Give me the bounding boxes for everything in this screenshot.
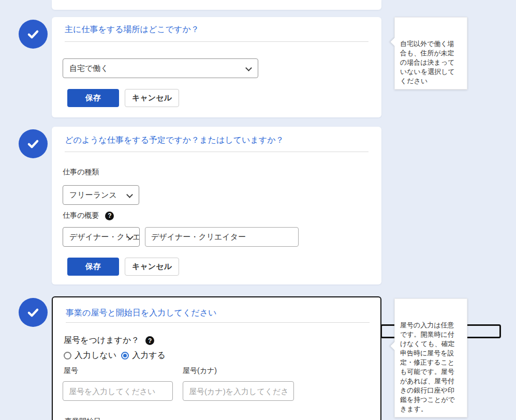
radio-enter-label[interactable]: 入力する — [132, 350, 166, 361]
checkmark-icon — [25, 26, 41, 42]
step-complete-check-icon — [19, 129, 48, 158]
card-title: どのような仕事をする予定ですか？またはしていますか？ — [65, 135, 284, 146]
cancel-button[interactable]: キャンセル — [125, 258, 179, 276]
save-button[interactable]: 保存 — [67, 89, 119, 107]
radio-enter[interactable] — [121, 352, 129, 359]
job-type-select[interactable]: フリーランス — [63, 185, 139, 205]
radio-not-enter-label[interactable]: 入力しない — [75, 350, 116, 361]
save-button-label: 保存 — [85, 93, 101, 103]
chevron-down-icon — [126, 191, 133, 198]
divider — [66, 322, 370, 323]
save-button-label: 保存 — [85, 262, 101, 272]
card-title: 主に仕事をする場所はどこですか？ — [65, 24, 199, 35]
card-trade-name: 事業の屋号と開始日を入力してください 屋号をつけますか？ ? 入力しない 入力す… — [52, 296, 381, 420]
radio-dot — [123, 354, 127, 357]
trade-name-kana-input[interactable] — [183, 381, 294, 401]
trade-name-kana-label: 屋号(カナ) — [183, 366, 217, 376]
divider — [65, 41, 368, 42]
step-complete-check-icon — [19, 20, 48, 49]
tooltip-text: 自宅以外で働く場 合も、住所が未定 の場合は決まって いないを選択して ください — [400, 40, 455, 85]
card-job-type: どのような仕事をする予定ですか？またはしていますか？ 仕事の種類 フリーランス … — [52, 127, 381, 284]
work-location-select[interactable]: 自宅で働く — [63, 58, 258, 78]
job-type-label: 仕事の種類 — [63, 168, 99, 177]
business-start-date-label-clipped: 事業開始日 — [65, 417, 101, 420]
step-complete-check-icon — [19, 298, 48, 327]
save-button[interactable]: 保存 — [67, 258, 119, 276]
checkmark-icon — [25, 136, 41, 152]
checkmark-icon — [25, 305, 41, 320]
divider — [65, 152, 368, 152]
tooltip-text: 屋号の入力は任意 です。開業時に付 けなくても、確定 申告時に屋号を設 定・修正… — [400, 321, 455, 413]
tooltip-arrow-left-icon — [391, 38, 400, 47]
cancel-button-label: キャンセル — [132, 262, 172, 272]
work-location-select-value: 自宅で働く — [69, 64, 109, 72]
chevron-down-icon — [245, 65, 252, 71]
cancel-button-label: キャンセル — [132, 93, 172, 103]
job-summary-select[interactable]: デザイナー・クリエイター — [63, 227, 140, 247]
work-location-help-tooltip: 自宅以外で働く場 合も、住所が未定 の場合は決まって いないを選択して ください — [394, 17, 467, 89]
trade-name-help-tooltip: 屋号の入力は任意 です。開業時に付 けなくても、確定 申告時に屋号を設 定・修正… — [394, 298, 467, 417]
job-summary-label: 仕事の概要 — [63, 211, 99, 220]
help-question-icon[interactable]: ? — [105, 212, 114, 220]
cancel-button[interactable]: キャンセル — [125, 89, 179, 107]
card-work-location: 主に仕事をする場所はどこですか？ 自宅で働く 保存 キャンセル — [52, 17, 381, 117]
job-type-select-value: フリーランス — [69, 190, 117, 199]
job-summary-input[interactable] — [145, 227, 299, 247]
onboarding-form-page: 主に仕事をする場所はどこですか？ 自宅で働く 保存 キャンセル 自宅以外で働く場… — [0, 0, 516, 420]
trade-name-question-label: 屋号をつけますか？ — [64, 335, 139, 346]
tooltip-arrow-left-icon — [391, 342, 400, 351]
radio-not-enter[interactable] — [64, 352, 71, 359]
card-title: 事業の屋号と開始日を入力してください — [66, 308, 216, 319]
trade-name-input[interactable] — [63, 381, 173, 401]
trade-name-label: 屋号 — [64, 366, 78, 376]
help-question-icon[interactable]: ? — [145, 336, 154, 345]
previous-card-fragment — [52, 0, 381, 10]
